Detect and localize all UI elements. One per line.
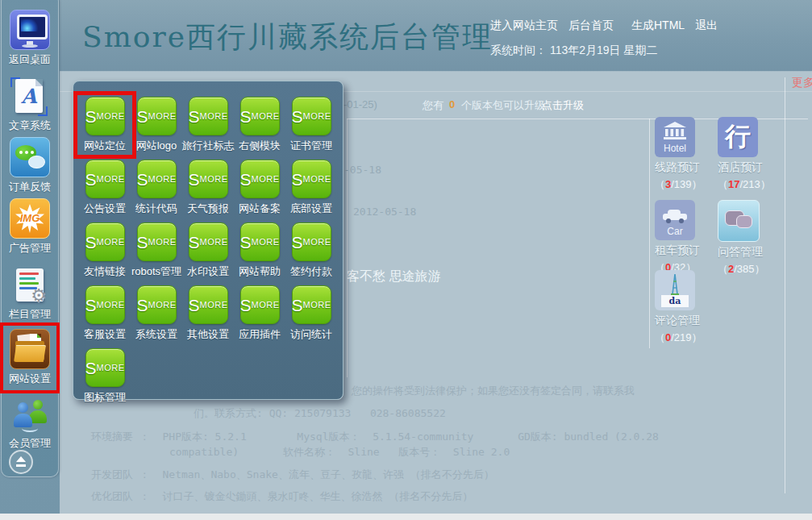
- ad-icon: IMG: [10, 198, 50, 239]
- sidebar-item-label: 订单反馈: [0, 180, 60, 194]
- legal-notice-line1: 您的操作将受到法律保护；如果您还没有签定合同，请联系我: [352, 384, 635, 398]
- module-qa-management[interactable]: 问答管理 （2/385）: [718, 200, 769, 277]
- article-icon-letter: A: [15, 85, 43, 108]
- smore-app-icon: SMORE: [189, 223, 228, 261]
- sidebar-item-desktop[interactable]: 返回桌面: [0, 10, 60, 67]
- collapse-sidebar-button[interactable]: [9, 450, 33, 474]
- nav-admin-home[interactable]: 后台首页: [568, 19, 614, 33]
- sidebar-item-label: 会员管理: [0, 436, 60, 451]
- count-open: （: [655, 178, 665, 190]
- popup-item-robots[interactable]: SMORE robots管理: [131, 223, 182, 279]
- sidebar-item-order-feedback[interactable]: 订单反馈: [0, 137, 60, 194]
- sidebar-item-columns[interactable]: ⚙ 栏目管理: [0, 266, 60, 322]
- bottom-bar: [0, 514, 812, 520]
- popup-item-label: 公告设置: [84, 202, 126, 216]
- popup-item-icp-record[interactable]: SMORE 网站备案: [234, 160, 285, 216]
- monitor-screen: [17, 15, 48, 40]
- popup-item-label: 图标管理: [84, 390, 126, 405]
- date-fragment: -01-25): [344, 98, 377, 110]
- sidebar-item-label: 广告管理: [0, 241, 60, 256]
- count-total: /219）: [671, 331, 702, 343]
- sidebar-item-label: 网站设置: [0, 372, 60, 386]
- module-hotel-booking[interactable]: 行 酒店预订 （17/213）: [718, 117, 769, 192]
- popup-item-footer-settings[interactable]: SMORE 底部设置: [285, 160, 337, 216]
- page-title: Smore西行川藏系统后台管理: [82, 18, 493, 57]
- popup-item-friend-links[interactable]: SMORE 友情链接: [79, 223, 131, 279]
- column-icon: ⚙: [10, 266, 49, 305]
- smore-app-icon: SMORE: [240, 223, 280, 261]
- smore-app-icon: SMORE: [85, 348, 125, 387]
- module-count: （0/219）: [655, 331, 706, 345]
- popup-item-plugins[interactable]: SMORE 应用插件: [234, 285, 285, 342]
- module-car-rental[interactable]: Car 租车预订 （0/32）: [655, 200, 706, 275]
- smore-app-icon: SMORE: [240, 160, 280, 198]
- smore-app-icon: SMORE: [189, 285, 228, 324]
- upgrade-count: 0: [449, 98, 455, 110]
- members-icon: [10, 395, 49, 434]
- admin-dashboard: Smore西行川藏系统后台管理 进入网站主页 后台首页 生成HTML 退出 系统…: [0, 0, 812, 520]
- gear-icon: ⚙: [31, 287, 47, 305]
- opt-team-line: 优化团队 ： 讨口子、镀金尐鋤頭、泉水叮咚、华生、徐浩然 （排名不分先后）: [91, 489, 473, 504]
- env-summary-line2: compatible) 软件名称： Sline 版本号： Sline 2.0: [169, 445, 510, 460]
- popup-item-other-settings[interactable]: SMORE 其他设置: [182, 285, 234, 342]
- chat-bubble: [28, 156, 45, 168]
- popup-item-site-positioning[interactable]: SMORE 网站定位: [79, 97, 131, 153]
- popup-item-label: 网站备案: [239, 202, 281, 216]
- upgrade-text-pre: 您有: [423, 98, 443, 113]
- module-label: 线路预订: [655, 160, 706, 175]
- sidebar-item-members[interactable]: 会员管理: [0, 395, 60, 451]
- popup-item-site-help[interactable]: SMORE 网站帮助: [234, 223, 285, 279]
- sidebar-item-site-settings[interactable]: 网站设置: [0, 329, 60, 386]
- divider: [347, 119, 348, 377]
- popup-item-label: 签约付款: [290, 264, 332, 279]
- popup-item-system-settings[interactable]: SMORE 系统设置: [131, 285, 182, 342]
- module-label: 评论管理: [655, 314, 706, 328]
- car-icon[interactable]: Car: [655, 200, 695, 240]
- smore-app-icon: SMORE: [292, 160, 331, 198]
- popup-item-weather[interactable]: SMORE 天气预报: [182, 160, 234, 216]
- sidebar-item-label: 文章系统: [0, 119, 60, 133]
- nav-generate-html[interactable]: 生成HTML: [631, 19, 685, 33]
- more-link[interactable]: 更多: [792, 76, 812, 90]
- popup-item-announcements[interactable]: SMORE 公告设置: [79, 160, 131, 216]
- upgrade-link[interactable]: 点击升级: [542, 98, 584, 113]
- module-comment-management[interactable]: da 评论管理 （0/219）: [655, 270, 706, 345]
- smore-app-icon: SMORE: [137, 160, 177, 198]
- page-glyph: ⚙: [16, 268, 44, 302]
- popup-item-label: 旅行社标志: [182, 139, 235, 153]
- popup-item-right-module[interactable]: SMORE 右侧模块: [234, 97, 285, 153]
- popup-item-visit-stats[interactable]: SMORE 访问统计: [285, 285, 337, 342]
- da-tower-icon[interactable]: da: [655, 270, 695, 310]
- popup-item-agency-mark[interactable]: SMORE 旅行社标志: [182, 97, 234, 153]
- hotel-icon[interactable]: Hotel: [655, 117, 695, 157]
- popup-item-label: 天气预报: [187, 202, 229, 216]
- smore-app-icon: SMORE: [292, 223, 331, 261]
- qa-chat-icon[interactable]: [718, 200, 760, 242]
- count-open: （: [718, 178, 728, 190]
- site-settings-popup: SMORE 网站定位 SMORE 网站logo SMORE 旅行社标志 SMOR…: [73, 81, 344, 400]
- module-label: 问答管理: [718, 245, 769, 260]
- divider: [649, 119, 650, 348]
- smore-app-icon: SMORE: [85, 97, 125, 135]
- popup-item-watermark[interactable]: SMORE 水印设置: [182, 223, 234, 279]
- popup-item-label: 水印设置: [187, 264, 229, 279]
- da-icon-label: da: [661, 295, 689, 307]
- car-icon-label: Car: [655, 226, 695, 237]
- popup-item-customer-service[interactable]: SMORE 客服设置: [79, 285, 131, 342]
- popup-item-site-logo[interactable]: SMORE 网站logo: [131, 97, 182, 153]
- nav-site-home[interactable]: 进入网站主页: [490, 19, 558, 33]
- divider: [785, 77, 785, 493]
- ad-icon-text: IMG: [10, 212, 49, 224]
- popup-item-certificates[interactable]: SMORE 证书管理: [285, 97, 337, 153]
- nav-logout[interactable]: 退出: [695, 19, 718, 33]
- popup-item-label: 系统设置: [135, 327, 177, 342]
- sidebar-item-articles[interactable]: A 文章系统: [0, 77, 60, 133]
- module-route-booking[interactable]: Hotel 线路预订 （3/139）: [655, 117, 706, 192]
- sidebar-item-ads[interactable]: IMG 广告管理: [0, 198, 60, 256]
- xing-icon[interactable]: 行: [718, 117, 758, 157]
- popup-item-analytics-code[interactable]: SMORE 统计代码: [131, 160, 182, 216]
- popup-item-label: 友情链接: [84, 264, 126, 279]
- popup-item-icon-management[interactable]: SMORE 图标管理: [79, 348, 131, 405]
- popup-item-contract-payment[interactable]: SMORE 签约付款: [285, 223, 337, 279]
- smore-app-icon: SMORE: [292, 97, 331, 135]
